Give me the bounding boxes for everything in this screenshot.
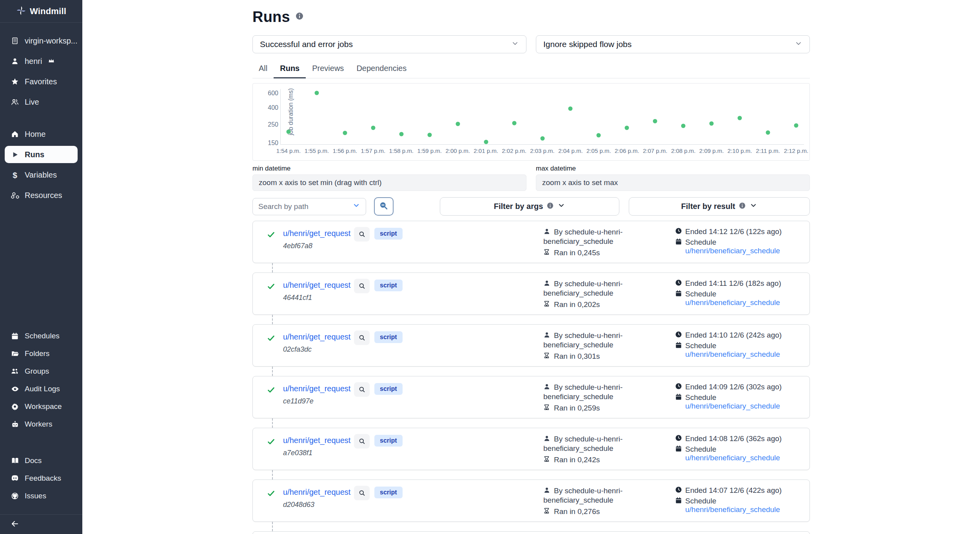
run-card[interactable]: u/henri/get_request script 4ebf67a8 By s… [252, 221, 810, 263]
sidebar-workspace-section: virgin-worksp... henri Favorites Live [0, 23, 82, 112]
chart-plot-area[interactable]: job duration (ms) 6004002501501:54 p.m.1… [280, 89, 804, 145]
run-card[interactable]: u/henri/get_request script a7e038f1 By s… [252, 428, 810, 470]
run-path-link[interactable]: u/henri/get_request [283, 436, 350, 445]
sidebar-item-groups[interactable]: Groups [0, 362, 82, 380]
schedule-link[interactable]: u/henri/beneficiary_schedule [685, 298, 780, 307]
inspect-run-button[interactable] [354, 331, 370, 345]
sidebar-item-folders[interactable]: Folders [0, 345, 82, 362]
run-schedule: Schedule u/henri/beneficiary_schedule [685, 341, 809, 359]
run-card[interactable]: u/henri/get_request script 46441cf1 By s… [252, 272, 810, 315]
search-by-path-select[interactable]: Search by path [252, 198, 366, 215]
app-logo[interactable]: Windmill [0, 0, 82, 23]
filter-by-result-button[interactable]: Filter by result [629, 197, 810, 216]
sidebar: Windmill virgin-worksp... henri Favorite… [0, 0, 82, 534]
x-axis-tick: 2:08 p.m. [671, 147, 696, 154]
schedule-link[interactable]: u/henri/beneficiary_schedule [685, 350, 780, 358]
run-connector-line [272, 418, 273, 428]
run-card[interactable]: u/henri/get_request script d2048d63 By s… [252, 480, 810, 522]
inspect-run-button[interactable] [354, 227, 370, 242]
inspect-run-button[interactable] [354, 486, 370, 500]
min-datetime-input[interactable] [252, 174, 526, 191]
sidebar-item-workspace[interactable]: Workspace [0, 398, 82, 415]
filter-by-result-label: Filter by result [681, 202, 735, 211]
schedule-link[interactable]: u/henri/beneficiary_schedule [685, 505, 780, 514]
inspect-run-button[interactable] [354, 434, 370, 449]
sidebar-item-docs[interactable]: Docs [0, 452, 82, 469]
schedule-link[interactable]: u/henri/beneficiary_schedule [685, 247, 780, 255]
hourglass-icon [543, 456, 550, 465]
user-icon [543, 331, 550, 340]
data-point [314, 91, 319, 95]
run-schedule: Schedule u/henri/beneficiary_schedule [685, 497, 809, 514]
sidebar-item-feedbacks[interactable]: Feedbacks [0, 469, 82, 487]
sidebar-item-live[interactable]: Live [0, 92, 82, 112]
script-badge: script [374, 331, 403, 343]
run-path-link[interactable]: u/henri/get_request [283, 281, 350, 290]
sidebar-item-resources[interactable]: Resources [0, 185, 82, 205]
sidebar-item-schedules[interactable]: Schedules [0, 327, 82, 345]
inspect-run-button[interactable] [354, 382, 370, 397]
sidebar-nav-section: Home Runs $ Variables Resources [0, 124, 82, 205]
sidebar-item-workers[interactable]: Workers [0, 415, 82, 433]
script-badge: script [374, 280, 403, 291]
inspect-run-button[interactable] [354, 279, 370, 293]
tab-previews[interactable]: Previews [306, 60, 350, 78]
hourglass-icon [543, 507, 550, 516]
sidebar-item-virgin-worksp[interactable]: virgin-worksp... [0, 31, 82, 51]
run-duration: Ran in 0,245s [554, 249, 600, 257]
x-axis-tick: 2:06 p.m. [615, 147, 639, 154]
calendar-icon [675, 341, 682, 350]
hourglass-icon [543, 352, 550, 361]
app-title: Windmill [30, 6, 66, 16]
schedule-link[interactable]: u/henri/beneficiary_schedule [685, 454, 780, 462]
chevron-down-icon [750, 202, 757, 211]
run-ended-at: Ended 14:12 12/6 (122s ago) [685, 227, 782, 236]
run-triggered-by: By schedule-u-henri- [554, 228, 622, 236]
collapse-sidebar-button[interactable] [0, 514, 82, 534]
zoom-reset-button[interactable] [374, 197, 394, 216]
sidebar-item-favorites[interactable]: Favorites [0, 71, 82, 92]
script-badge: script [374, 228, 403, 240]
x-axis-tick: 2:01 p.m. [474, 147, 498, 154]
tab-dependencies[interactable]: Dependencies [350, 60, 413, 78]
data-point [287, 130, 291, 134]
data-point [371, 125, 375, 130]
x-axis-tick: 2:07 p.m. [643, 147, 668, 154]
sidebar-item-henri[interactable]: henri [0, 51, 82, 71]
calendar-icon [675, 497, 682, 505]
script-badge: script [374, 383, 403, 395]
run-schedule: Schedule u/henri/beneficiary_schedule [685, 393, 809, 410]
play-icon [11, 150, 19, 159]
max-datetime-input[interactable] [536, 174, 810, 191]
run-duration: Ran in 0,301s [554, 352, 600, 361]
run-triggered-by: By schedule-u-henri- [554, 383, 622, 392]
chevron-down-icon [557, 202, 565, 211]
sidebar-item-runs[interactable]: Runs [5, 146, 78, 163]
data-point [456, 122, 460, 126]
schedule-link[interactable]: u/henri/beneficiary_schedule [685, 402, 780, 410]
flow-filter-select[interactable]: Ignore skipped flow jobs [536, 35, 810, 53]
run-path-link[interactable]: u/henri/get_request [283, 488, 350, 497]
hourglass-icon [543, 404, 550, 413]
sidebar-item-variables[interactable]: $ Variables [0, 165, 82, 185]
success-check-icon [267, 334, 275, 344]
run-path-link[interactable]: u/henri/get_request [283, 384, 350, 393]
run-card[interactable]: u/henri/get_request script ce11d97e By s… [252, 376, 810, 418]
sidebar-item-issues[interactable]: Issues [0, 487, 82, 505]
info-icon[interactable] [296, 12, 303, 22]
hourglass-icon [543, 249, 550, 258]
run-path-link[interactable]: u/henri/get_request [283, 229, 350, 238]
tab-all[interactable]: All [252, 60, 274, 78]
filter-by-args-button[interactable]: Filter by args [440, 197, 619, 216]
job-status-select[interactable]: Successful and error jobs [252, 35, 526, 53]
run-card[interactable]: u/henri/get_request script By schedule-u… [252, 531, 810, 534]
tab-runs[interactable]: Runs [274, 60, 306, 78]
script-badge: script [374, 435, 403, 447]
run-id: 02cfa3dc [283, 345, 312, 354]
sidebar-item-home[interactable]: Home [0, 124, 82, 144]
clock-icon [675, 383, 682, 391]
sidebar-item-audit-logs[interactable]: Audit Logs [0, 380, 82, 398]
clock-icon [675, 227, 682, 236]
run-path-link[interactable]: u/henri/get_request [283, 332, 350, 341]
run-card[interactable]: u/henri/get_request script 02cfa3dc By s… [252, 324, 810, 367]
